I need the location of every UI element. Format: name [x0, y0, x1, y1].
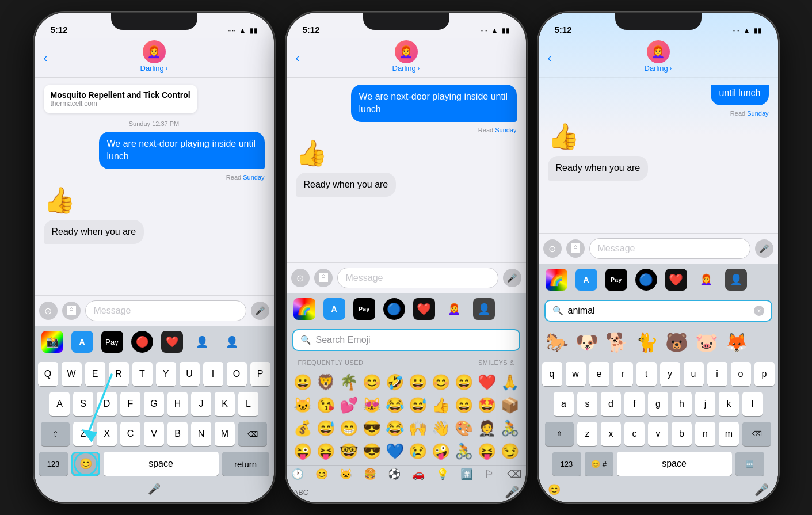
camera-btn-2[interactable]: ⊙ [291, 269, 310, 287]
tray-pay-3[interactable]: Pay [605, 269, 627, 291]
key-c-3[interactable]: c [624, 422, 645, 446]
tray-apps-3[interactable]: A [575, 269, 597, 291]
key-o-1[interactable]: O [227, 362, 247, 386]
emoji-2-r2c1[interactable]: ❤️ [475, 371, 498, 394]
key-space-3[interactable]: space [617, 452, 732, 476]
tray-music-1[interactable]: 🔴 [131, 331, 153, 353]
tray-more-3[interactable]: 👤 [725, 269, 747, 291]
emoji-2-r1c2[interactable]: 🦁 [314, 371, 337, 394]
message-input-1[interactable]: Message [85, 300, 246, 321]
key-v-3[interactable]: v [648, 422, 668, 446]
key-emoji-symbols-3[interactable]: 🔤 [735, 452, 764, 476]
tray-more-2[interactable]: 👤 [473, 298, 495, 320]
emoji-2-r3c3[interactable]: 🤩 [475, 394, 498, 417]
mic-btn-kb-1[interactable]: 🎤 [148, 483, 161, 495]
link-card-1[interactable]: Mosquito Repellent and Tick Control ther… [44, 85, 197, 113]
tray-music-2[interactable]: 🔵 [383, 298, 405, 320]
key-o-3[interactable]: o [731, 362, 751, 386]
key-delete-1[interactable]: ⌫ [238, 422, 267, 446]
key-i-1[interactable]: I [203, 362, 223, 386]
emoji-clear-btn-3[interactable]: ✕ [754, 306, 764, 316]
emoji-2-r3c5[interactable]: 💰 [291, 417, 314, 440]
key-h-3[interactable]: h [672, 392, 692, 416]
contact-name-2[interactable]: Darling [392, 63, 420, 73]
key-s-3[interactable]: s [577, 392, 597, 416]
key-u-3[interactable]: u [684, 362, 704, 386]
key-b-3[interactable]: b [672, 422, 692, 446]
emoji-search-bar-2[interactable]: 🔍 Search Emoji [292, 329, 520, 351]
message-input-2[interactable]: Message [337, 268, 498, 288]
emoji-2-r1c3[interactable]: 🌴 [337, 371, 360, 394]
audio-btn-3[interactable]: 🎤 [755, 239, 773, 258]
tray-photos-1[interactable]: 📸 [41, 331, 63, 353]
emoji-2-r2c7[interactable]: 😂 [383, 394, 406, 417]
emoji-result-horse-3[interactable]: 🐎 [543, 329, 571, 356]
key-g-1[interactable]: G [144, 392, 164, 416]
emoji-2-r4c3[interactable]: 👋 [429, 417, 452, 440]
emoji-2-r1c5[interactable]: 🤣 [383, 371, 406, 394]
emoji-2-r4c4[interactable]: 🎨 [452, 417, 475, 440]
key-k-1[interactable]: K [215, 392, 235, 416]
tray-pay-2[interactable]: Pay [353, 298, 375, 320]
emoji-2-r4c5[interactable]: 🤵 [475, 417, 498, 440]
emoji-2-r2c4[interactable]: 😘 [314, 394, 337, 417]
key-return-1[interactable]: return [222, 452, 269, 476]
contact-name-1[interactable]: Darling [140, 63, 168, 73]
tray-apps-2[interactable]: A [323, 298, 345, 320]
key-m-1[interactable]: M [215, 422, 235, 446]
key-n-1[interactable]: N [191, 422, 211, 446]
key-v-1[interactable]: V [144, 422, 164, 446]
tray-photos-3[interactable]: 🌈 [546, 269, 567, 291]
emoji-2-r1c8[interactable]: 😄 [452, 371, 475, 394]
emoji-2-r4c1[interactable]: 😂 [383, 417, 406, 440]
key-x-3[interactable]: x [601, 422, 621, 446]
emoji-2-r4c8[interactable]: 😝 [314, 440, 337, 463]
emoji-2-r1c7[interactable]: 😊 [429, 371, 452, 394]
emoji-result-fox-3[interactable]: 🦊 [723, 329, 750, 356]
key-p-1[interactable]: P [250, 362, 270, 386]
emoji-2-r4c6[interactable]: 🚴 [498, 417, 521, 440]
emoji-tab-cat-2[interactable]: 🐱 [340, 468, 352, 480]
key-emoji-1[interactable]: 😊 [71, 452, 100, 476]
key-p-3[interactable]: p [754, 362, 775, 386]
search-value-3[interactable]: animal [568, 306, 749, 316]
emoji-result-dog-3[interactable]: 🐶 [573, 329, 601, 356]
emoji-result-dogface-3[interactable]: 🐕 [603, 329, 631, 356]
emoji-2-r5c6[interactable]: 🚴 [452, 440, 475, 463]
key-w-3[interactable]: w [566, 362, 586, 386]
key-y-3[interactable]: y [660, 362, 680, 386]
tray-music-3[interactable]: 🔵 [635, 269, 657, 291]
tray-heart-2[interactable]: ❤️ [413, 298, 435, 320]
apps-btn-3[interactable]: 🅰 [566, 239, 585, 258]
key-b-1[interactable]: B [167, 422, 188, 446]
key-123-1[interactable]: 123 [39, 452, 68, 476]
emoji-tab-smile-kb-3[interactable]: 😊 [548, 483, 561, 496]
emoji-tab-car-2[interactable]: 🚗 [412, 468, 425, 480]
key-j-3[interactable]: j [695, 392, 715, 416]
key-space-1[interactable]: space [104, 452, 219, 476]
abc-label-2[interactable]: ABC [293, 488, 309, 497]
emoji-result-bear-3[interactable]: 🐻 [663, 329, 691, 356]
message-input-3[interactable]: Message [589, 238, 750, 259]
key-delete-3[interactable]: ⌫ [742, 422, 771, 446]
key-i-3[interactable]: i [707, 362, 727, 386]
emoji-2-r5c1[interactable]: 🤓 [337, 440, 360, 463]
key-d-3[interactable]: d [601, 392, 621, 416]
key-e-3[interactable]: e [589, 362, 609, 386]
tray-apps-1[interactable]: A [71, 331, 93, 353]
tray-avatar-1[interactable]: 👤 [191, 331, 213, 353]
emoji-2-r5c2[interactable]: 😎 [360, 440, 383, 463]
emoji-2-r3c7[interactable]: 😁 [337, 417, 360, 440]
emoji-2-r2c2[interactable]: 🙏 [498, 371, 521, 394]
back-button-2[interactable]: ‹ [296, 51, 300, 64]
tray-heart-3[interactable]: ❤️ [665, 269, 687, 291]
emoji-2-r1c1[interactable]: 😀 [291, 371, 314, 394]
emoji-2-r2c6[interactable]: 😻 [360, 394, 383, 417]
emoji-2-r1c6[interactable]: 😀 [406, 371, 429, 394]
back-button-3[interactable]: ‹ [548, 51, 552, 64]
tray-more-1[interactable]: 👤 [221, 331, 243, 353]
avatar-2[interactable]: 👩‍🦰 [395, 40, 418, 63]
key-u-1[interactable]: U [180, 362, 200, 386]
key-shift-3[interactable]: ⇧ [545, 422, 574, 446]
mic-btn-kb-3[interactable]: 🎤 [754, 483, 769, 497]
